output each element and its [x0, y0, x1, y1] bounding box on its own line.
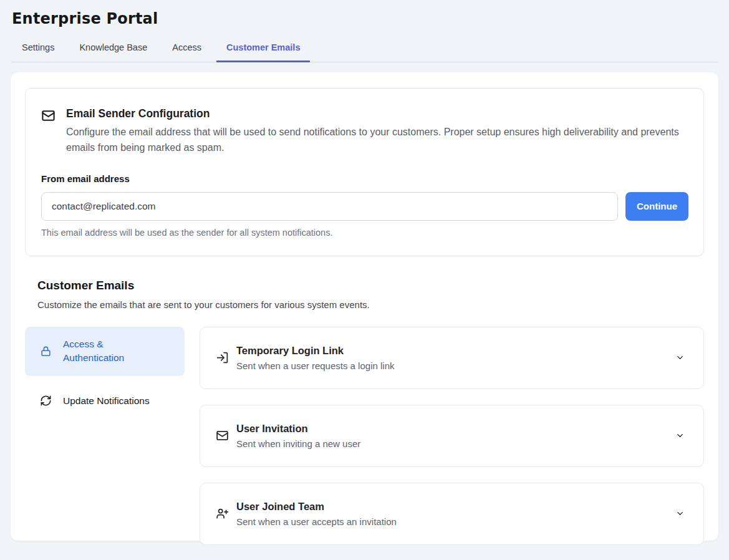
continue-button[interactable]: Continue: [625, 192, 688, 221]
email-card-description: Sent when a user requests a login link: [236, 360, 668, 371]
sidebar-item-label: Access & Authentication: [63, 337, 150, 365]
from-email-row: Continue: [41, 192, 688, 221]
mail-icon: [216, 429, 229, 442]
sidebar-item-label: Update Notifications: [63, 394, 150, 408]
user-plus-icon: [216, 507, 229, 520]
chevron-down-icon[interactable]: [675, 353, 685, 362]
mail-icon: [41, 107, 56, 156]
refresh-icon: [40, 395, 52, 407]
sidebar-item-update-notifications[interactable]: Update Notifications: [25, 386, 185, 416]
email-card-title: Temporary Login Link: [236, 345, 668, 357]
tab-access[interactable]: Access: [162, 36, 211, 62]
tab-knowledge-base[interactable]: Knowledge Base: [69, 36, 157, 62]
from-email-label: From email address: [41, 173, 688, 184]
email-template-list: Temporary Login Link Sent when a user re…: [200, 327, 704, 545]
email-card-description: Sent when inviting a new user: [236, 438, 668, 449]
email-card-description: Sent when a user accepts an invitation: [236, 516, 668, 527]
main-panel: Email Sender Configuration Configure the…: [11, 72, 718, 541]
from-email-input[interactable]: [41, 192, 618, 221]
email-sender-title: Email Sender Configuration: [66, 107, 688, 120]
lock-icon: [40, 345, 52, 358]
email-card-temporary-login-link[interactable]: Temporary Login Link Sent when a user re…: [200, 327, 704, 389]
customer-emails-subtitle: Customize the emails that are sent to yo…: [37, 299, 704, 310]
chevron-down-icon[interactable]: [675, 509, 685, 518]
sidebar-item-access-authentication[interactable]: Access & Authentication: [25, 327, 185, 376]
email-card-user-invitation[interactable]: User Invitation Sent when inviting a new…: [200, 405, 704, 467]
email-card-title: User Invitation: [236, 423, 668, 435]
chevron-down-icon[interactable]: [675, 431, 685, 440]
email-sender-header: Email Sender Configuration Configure the…: [41, 107, 688, 156]
tab-settings[interactable]: Settings: [12, 36, 64, 62]
email-category-sidebar: Access & Authentication Update Notificat…: [25, 327, 185, 416]
customer-emails-grid: Access & Authentication Update Notificat…: [25, 327, 704, 545]
customer-emails-title: Customer Emails: [37, 279, 704, 292]
from-email-helper: This email address will be used as the s…: [41, 228, 688, 238]
email-sender-description: Configure the email address that will be…: [66, 125, 688, 156]
tab-bar: Settings Knowledge Base Access Customer …: [12, 36, 718, 62]
page-header: Enterprise Portal Settings Knowledge Bas…: [0, 0, 729, 62]
tab-customer-emails[interactable]: Customer Emails: [216, 36, 310, 62]
email-sender-card: Email Sender Configuration Configure the…: [25, 88, 704, 256]
page-title: Enterprise Portal: [12, 10, 718, 27]
email-card-user-joined-team[interactable]: User Joined Team Sent when a user accept…: [200, 483, 704, 545]
login-icon: [216, 351, 229, 364]
email-card-title: User Joined Team: [236, 501, 668, 513]
